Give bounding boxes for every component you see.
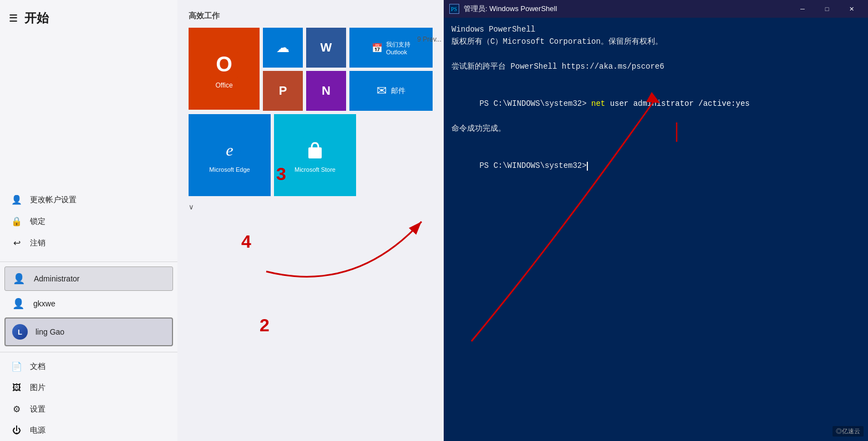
user-gkxwe-icon: 👤 — [11, 298, 26, 310]
settings-icon: ⚙ — [11, 404, 22, 414]
word-icon: W — [321, 40, 332, 55]
tile-edge[interactable]: e Microsoft Edge — [189, 114, 271, 196]
user-entry-gkxwe[interactable]: 👤 gkxwe — [0, 292, 177, 315]
sidebar-divider-1 — [0, 261, 177, 262]
ps-cmd-rest: user administrator /active:yes — [605, 99, 749, 108]
maximize-button[interactable]: □ — [816, 3, 838, 14]
ps-line-3 — [451, 48, 860, 60]
hamburger-icon[interactable]: ☰ — [9, 12, 18, 24]
tile-group-small: ☁ W P N — [263, 28, 346, 111]
tile-onedrive[interactable]: ☁ — [263, 28, 303, 68]
power-icon: ⏻ — [11, 425, 22, 435]
tile-word[interactable]: W — [306, 28, 346, 68]
ps-prompt-1: PS C:\WINDOWS\system32> — [479, 99, 586, 108]
close-button[interactable]: ✕ — [840, 3, 862, 14]
start-menu: ☰ 开始 👤 更改帐户设置 🔒 锁定 ↩ 注销 👤 Administrator — [0, 0, 444, 441]
ps-line-7: 命令成功完成。 — [451, 122, 860, 135]
chevron-down-icon: ∨ — [189, 203, 194, 211]
tile-store[interactable]: Microsoft Store — [274, 114, 356, 196]
user-administrator-icon: 👤 — [12, 273, 26, 285]
tile-office[interactable]: O Office — [189, 28, 260, 110]
sidebar-item-pictures[interactable]: 🖼 图片 — [0, 377, 177, 398]
start-title: 开始 — [24, 10, 49, 27]
ps-line-2: 版权所有（C）Microsoft Corporation。保留所有权利。 — [451, 35, 860, 48]
ps-line-8 — [451, 135, 860, 147]
sidebar-item-pictures-label: 图片 — [30, 383, 45, 393]
sidebar-item-account-settings-label: 更改帐户设置 — [30, 195, 77, 205]
ps-window-buttons: ─ □ ✕ — [791, 3, 862, 14]
tile-outlook-label: 我们支持 Outlook — [386, 40, 410, 55]
svg-text:O: O — [216, 53, 232, 76]
user-administrator-label: Administrator — [34, 274, 79, 283]
tile-outlook[interactable]: 📅 我们支持 Outlook — [349, 28, 433, 68]
ps-content: Windows PowerShell 版权所有（C）Microsoft Corp… — [444, 18, 868, 441]
sidebar-item-signout[interactable]: ↩ 注销 — [0, 232, 177, 254]
current-user-entry[interactable]: L ling Gao — [4, 317, 173, 346]
tile-onenote[interactable]: N — [306, 71, 346, 111]
sidebar-item-documents-label: 文档 — [30, 362, 45, 372]
onedrive-icon: ☁ — [276, 40, 290, 55]
tile-store-label: Microsoft Store — [295, 166, 336, 173]
sidebar-item-power[interactable]: ⏻ 电源 — [0, 420, 177, 441]
show-more-button[interactable]: ∨ — [189, 201, 433, 213]
store-logo-icon — [302, 137, 328, 164]
mail-icon: ✉ — [377, 84, 387, 98]
sidebar-item-account-settings[interactable]: 👤 更改帐户设置 — [0, 189, 177, 211]
svg-text:4: 4 — [241, 232, 251, 252]
tile-office-label: Office — [215, 81, 232, 89]
sidebar-item-signout-label: 注销 — [30, 238, 45, 248]
ps-line-9: PS C:\WINDOWS\system32> — [451, 147, 860, 184]
sidebar-item-lock-label: 锁定 — [30, 217, 45, 227]
ps-line-5 — [451, 73, 860, 85]
powerpoint-icon: P — [279, 84, 287, 98]
sidebar-item-power-label: 电源 — [30, 425, 45, 435]
ps-prompt-2: PS C:\WINDOWS\system32> — [479, 161, 586, 170]
tile-powerpoint[interactable]: P — [263, 71, 303, 111]
sidebar: ☰ 开始 👤 更改帐户设置 🔒 锁定 ↩ 注销 👤 Administrator — [0, 0, 177, 441]
ps-line-1: Windows PowerShell — [451, 23, 860, 35]
documents-icon: 📄 — [11, 361, 22, 372]
tile-mail-label: 邮件 — [391, 86, 405, 96]
ps-cursor — [587, 162, 588, 171]
avatar-ling: L — [12, 324, 28, 340]
watermark: ◎亿速云 — [833, 426, 864, 437]
powershell-icon: PS — [450, 4, 459, 13]
user-icon: 👤 — [11, 194, 22, 205]
ps-cmd-net: net — [587, 99, 606, 108]
sidebar-item-settings[interactable]: ⚙ 设置 — [0, 398, 177, 420]
user-entry-administrator[interactable]: 👤 Administrator — [4, 266, 173, 291]
svg-text:e: e — [226, 141, 233, 159]
sidebar-item-documents[interactable]: 📄 文档 — [0, 356, 177, 377]
svg-text:2: 2 — [260, 315, 270, 335]
sidebar-menu-section: 👤 更改帐户设置 🔒 锁定 ↩ 注销 — [0, 184, 177, 258]
svg-text:PS: PS — [451, 6, 457, 12]
tile-mail[interactable]: ✉ 邮件 — [349, 71, 433, 111]
ps-line-6: PS C:\WINDOWS\system32> net user adminis… — [451, 85, 860, 122]
ps-titlebar: PS 管理员: Windows PowerShell ─ □ ✕ — [444, 0, 868, 18]
signout-icon: ↩ — [11, 238, 22, 248]
tile-edge-label: Microsoft Edge — [209, 166, 250, 173]
lock-icon: 🔒 — [11, 216, 22, 227]
tiles-area: 高效工作 O Office ☁ W — [177, 0, 444, 441]
ps-app-icon: PS — [449, 4, 459, 14]
tiles-section-label: 高效工作 — [189, 11, 433, 21]
sidebar-header: ☰ 开始 — [0, 0, 177, 37]
ps-title-text: 管理员: Windows PowerShell — [464, 4, 787, 14]
sidebar-item-lock[interactable]: 🔒 锁定 — [0, 211, 177, 232]
edge-logo-icon: e — [216, 137, 243, 164]
svg-rect-5 — [308, 147, 322, 158]
powershell-window: PS 管理员: Windows PowerShell ─ □ ✕ Windows… — [444, 0, 868, 441]
current-user-label: ling Gao — [35, 327, 64, 336]
outlook-icon: 📅 — [372, 43, 383, 53]
minimize-button[interactable]: ─ — [791, 3, 814, 14]
ps-line-4: 尝试新的跨平台 PowerShell https://aka.ms/pscore… — [451, 60, 860, 73]
onenote-icon: N — [322, 84, 331, 98]
user-gkxwe-label: gkxwe — [33, 299, 55, 308]
sidebar-item-settings-label: 设置 — [30, 404, 45, 414]
sidebar-divider-2 — [0, 352, 177, 352]
office-logo-icon: O — [207, 48, 241, 81]
pictures-icon: 🖼 — [11, 383, 22, 393]
prev-label: 9 Prev... — [417, 35, 441, 43]
